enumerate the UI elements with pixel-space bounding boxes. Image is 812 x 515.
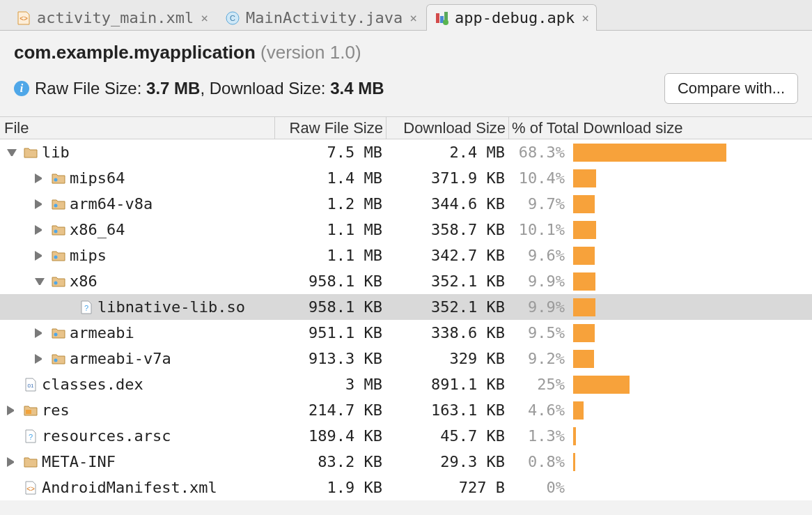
table-row[interactable]: mips1.1 MB342.7 KB9.6% [0,243,812,268]
table-row[interactable]: libnative-lib.so958.1 KB352.1 KB9.9% [0,294,812,320]
percent-bar [573,221,596,239]
file-cell: armeabi-v7a [0,346,275,371]
folder-dot-icon [52,352,65,366]
raw-size: 1.9 KB [275,479,387,496]
percent-bar [573,427,576,445]
table-row[interactable]: META-INF83.2 KB29.3 KB0.8% [0,449,812,475]
file-cell: arm64-v8a [0,191,275,217]
percent-bar [573,401,584,420]
close-icon[interactable]: × [581,10,589,25]
percent-bar-cell [569,479,812,497]
editor-tab[interactable]: app-debug.apk× [426,4,597,31]
tab-label: MainActivity.java [246,9,403,26]
download-size: 344.6 KB [387,195,509,213]
raw-size: 958.1 KB [275,298,387,316]
percent-value: 9.9% [509,272,569,290]
file-name: x86 [70,272,97,290]
percent-bar-cell [569,427,812,445]
table-row[interactable]: res214.7 KB163.1 KB4.6% [0,397,812,423]
chevron-right-icon[interactable] [6,457,18,467]
table-row[interactable]: arm64-v8a1.2 MB344.6 KB9.7% [0,191,812,217]
file-xml-icon [24,481,38,495]
percent-value: 9.2% [509,350,569,367]
chevron-right-icon[interactable] [33,174,46,183]
chevron-down-icon[interactable] [33,275,46,288]
chevron-right-icon[interactable] [33,225,46,235]
file-cell: libnative-lib.so [0,294,275,320]
table-row[interactable]: armeabi-v7a913.3 KB329 KB9.2% [0,346,812,371]
percent-bar [573,376,630,394]
table-row[interactable]: mips641.4 MB371.9 KB10.4% [0,165,812,191]
file-unknown-icon [79,300,93,314]
chevron-right-icon[interactable] [33,199,46,209]
file-name: classes.dex [42,376,143,393]
download-size: 358.7 KB [387,221,509,238]
percent-bar [573,144,726,162]
column-download-size[interactable]: Download Size [387,117,509,139]
percent-bar-cell [569,350,812,368]
download-size: 891.1 KB [387,376,509,393]
file-name: armeabi [70,324,134,341]
percent-value: 9.9% [509,298,569,316]
table-row[interactable]: x86958.1 KB352.1 KB9.9% [0,268,812,294]
tab-label: app-debug.apk [455,9,575,26]
table-row[interactable]: x86_641.1 MB358.7 KB10.1% [0,217,812,243]
table-row[interactable]: armeabi951.1 KB338.6 KB9.5% [0,320,812,346]
editor-tab[interactable]: activity_main.xml× [8,4,216,31]
file-cell: resources.arsc [0,423,275,449]
percent-value: 4.6% [509,401,569,419]
percent-bar [573,169,596,187]
close-icon[interactable]: × [201,10,208,25]
file-cell: mips [0,243,275,268]
file-name: arm64-v8a [70,195,153,213]
raw-size: 951.1 KB [275,324,387,341]
raw-size-value: 3.7 MB [146,79,200,98]
percent-bar [573,453,575,471]
file-cell: res [0,397,275,423]
percent-value: 10.1% [509,221,569,238]
column-file[interactable]: File [0,117,275,139]
download-size: 727 B [387,479,509,496]
percent-value: 1.3% [509,427,569,445]
compare-with-button[interactable]: Compare with... [664,73,798,104]
download-size: 29.3 KB [387,453,509,470]
file-name: mips [70,247,107,264]
folder-icon [24,146,38,160]
chevron-down-icon[interactable] [6,146,18,159]
file-tree: lib7.5 MB2.4 MB68.3%mips641.4 MB371.9 KB… [0,139,812,500]
chevron-right-icon[interactable] [6,406,18,415]
percent-bar [573,324,595,342]
percent-bar [573,272,595,291]
chevron-right-icon[interactable] [33,328,46,338]
table-row[interactable]: lib7.5 MB2.4 MB68.3% [0,139,812,165]
xml-file-icon [16,10,31,26]
editor-tab[interactable]: MainActivity.java× [217,4,425,31]
file-cell: lib [0,139,275,165]
package-version: (version 1.0) [260,42,361,63]
percent-value: 0.8% [509,453,569,470]
column-percent[interactable]: % of Total Download size [509,117,728,139]
close-icon[interactable]: × [409,10,417,25]
percent-bar [573,247,595,265]
file-name: res [42,401,70,419]
percent-value: 25% [509,376,569,393]
chevron-right-icon[interactable] [33,251,46,261]
folder-dot-icon [52,197,65,211]
percent-bar-cell [569,324,812,342]
file-cell: mips64 [0,165,275,191]
column-raw-size[interactable]: Raw File Size [275,117,387,139]
file-cell: x86_64 [0,217,275,243]
table-row[interactable]: resources.arsc189.4 KB45.7 KB1.3% [0,423,812,449]
package-line: com.example.myapplication (version 1.0) [14,42,798,63]
percent-bar-cell [569,298,812,316]
raw-size: 958.1 KB [275,272,387,290]
table-row[interactable]: classes.dex3 MB891.1 KB25% [0,371,812,397]
download-size: 352.1 KB [387,272,509,290]
percent-value: 9.7% [509,195,569,213]
table-row[interactable]: AndroidManifest.xml1.9 KB727 B0% [0,475,812,500]
raw-size: 1.1 MB [275,221,387,238]
download-size: 342.7 KB [387,247,509,264]
file-unknown-icon [24,429,38,443]
chevron-right-icon[interactable] [33,354,46,364]
file-cell: AndroidManifest.xml [0,475,275,500]
